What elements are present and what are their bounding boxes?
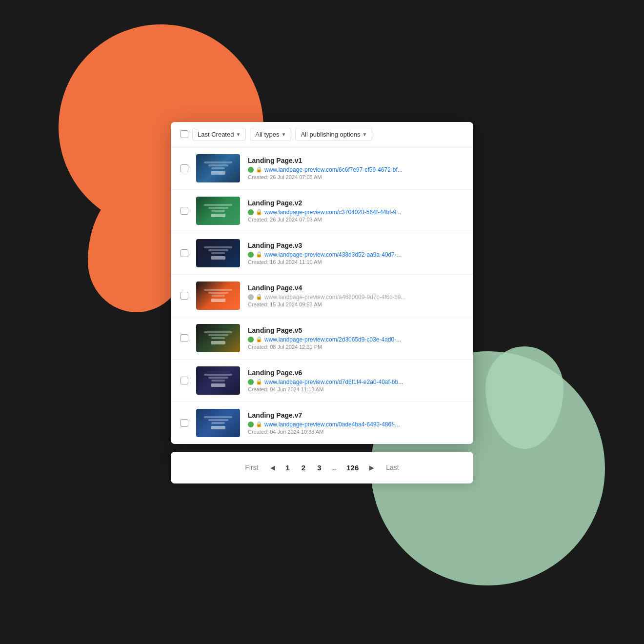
thumb-line bbox=[204, 204, 232, 206]
item-checkbox-1[interactable] bbox=[181, 207, 188, 215]
status-dot-6 bbox=[248, 422, 254, 427]
item-url-5[interactable]: www.landpage-preview.com/d7d6f1f4-e2a0-4… bbox=[264, 379, 403, 385]
thumb-line bbox=[204, 289, 232, 291]
item-date-6: Created: 04 Jun 2024 10:33 AM bbox=[248, 429, 463, 435]
select-all-checkbox[interactable] bbox=[181, 130, 188, 138]
thumb-line bbox=[204, 331, 232, 333]
thumb-button bbox=[211, 341, 225, 344]
next-page-button[interactable]: ▶ bbox=[364, 461, 379, 474]
item-checkbox-4[interactable] bbox=[181, 334, 188, 342]
thumb-content-6 bbox=[196, 409, 240, 437]
item-title-6: Landing Page.v7 bbox=[248, 411, 463, 419]
list-item: Landing Page.v6 🔒 www.landpage-preview.c… bbox=[171, 360, 473, 402]
thumb-content-4 bbox=[196, 324, 240, 352]
publish-filter-label: All publishing options bbox=[301, 131, 360, 138]
item-date-5: Created: 04 Jun 2024 11:18 AM bbox=[248, 386, 463, 392]
item-thumbnail-6 bbox=[196, 409, 240, 437]
page-2-button[interactable]: 2 bbox=[296, 461, 311, 475]
publish-filter-button[interactable]: All publishing options ▼ bbox=[295, 128, 372, 141]
list-item: Landing Page.v4 🔒 www.landpage-preview.c… bbox=[171, 275, 473, 317]
item-title-1: Landing Page.v2 bbox=[248, 199, 463, 207]
thumb-content-2 bbox=[196, 239, 240, 267]
list-item: Landing Page.v3 🔒 www.landpage-preview.c… bbox=[171, 232, 473, 275]
last-page-num-button[interactable]: 126 bbox=[341, 461, 364, 475]
item-info-0: Landing Page.v1 🔒 www.landpage-preview.c… bbox=[248, 157, 463, 180]
lock-icon-0: 🔒 bbox=[256, 166, 262, 173]
thumb-content-5 bbox=[196, 366, 240, 395]
item-info-1: Landing Page.v2 🔒 www.landpage-preview.c… bbox=[248, 199, 463, 222]
thumb-line bbox=[211, 380, 225, 382]
item-url-0[interactable]: www.landpage-preview.com/6c6f7e97-cf59-4… bbox=[264, 166, 402, 173]
item-url-6[interactable]: www.landpage-preview.com/0ade4ba4-6493-4… bbox=[264, 421, 400, 428]
item-thumbnail-5 bbox=[196, 366, 240, 395]
item-checkbox-6[interactable] bbox=[181, 419, 188, 427]
thumb-button bbox=[211, 214, 225, 217]
item-checkbox-3[interactable] bbox=[181, 292, 188, 300]
status-dot-4 bbox=[248, 337, 254, 342]
item-url-row-1: 🔒 www.landpage-preview.com/c3704020-564f… bbox=[248, 209, 463, 216]
type-filter-button[interactable]: All types ▼ bbox=[250, 128, 291, 141]
thumb-line bbox=[211, 337, 225, 339]
last-page-button[interactable]: Last bbox=[379, 461, 405, 474]
thumb-line bbox=[208, 249, 228, 251]
thumb-line bbox=[211, 422, 225, 424]
status-dot-0 bbox=[248, 167, 254, 173]
lock-icon-3: 🔒 bbox=[256, 294, 262, 300]
prev-page-button[interactable]: ◀ bbox=[265, 461, 280, 474]
thumb-line bbox=[211, 295, 225, 297]
thumb-content-0 bbox=[196, 154, 240, 182]
item-info-2: Landing Page.v3 🔒 www.landpage-preview.c… bbox=[248, 242, 463, 265]
thumb-button bbox=[211, 299, 225, 302]
thumb-line bbox=[204, 374, 232, 376]
thumb-content-3 bbox=[196, 282, 240, 310]
item-thumbnail-1 bbox=[196, 197, 240, 225]
thumb-line bbox=[204, 161, 232, 163]
item-url-4[interactable]: www.landpage-preview.com/2d3065d9-c03e-4… bbox=[264, 336, 401, 343]
item-url-row-3: 🔒 www.landpage-preview.com/a4680009-9d7c… bbox=[248, 294, 463, 301]
first-page-button[interactable]: First bbox=[238, 461, 265, 474]
list-item: Landing Page.v5 🔒 www.landpage-preview.c… bbox=[171, 317, 473, 360]
pagination-card: First ◀ 1 2 3 ... 126 ▶ Last bbox=[171, 452, 473, 483]
page-3-button[interactable]: 3 bbox=[311, 461, 327, 475]
item-url-row-5: 🔒 www.landpage-preview.com/d7d6f1f4-e2a0… bbox=[248, 379, 463, 385]
thumb-line bbox=[208, 377, 228, 379]
item-date-4: Created: 08 Jul 2024 12:31 PM bbox=[248, 344, 463, 350]
lock-icon-5: 🔒 bbox=[256, 379, 262, 385]
item-checkbox-2[interactable] bbox=[181, 249, 188, 257]
list-item: Landing Page.v7 🔒 www.landpage-preview.c… bbox=[171, 402, 473, 444]
items-container: Landing Page.v1 🔒 www.landpage-preview.c… bbox=[171, 147, 473, 444]
type-chevron-icon: ▼ bbox=[281, 132, 286, 137]
lock-icon-1: 🔒 bbox=[256, 209, 262, 215]
item-url-1[interactable]: www.landpage-preview.com/c3704020-564f-4… bbox=[264, 209, 401, 216]
thumb-line bbox=[204, 246, 232, 248]
page-1-button[interactable]: 1 bbox=[280, 461, 296, 475]
status-dot-3 bbox=[248, 294, 254, 300]
lock-icon-2: 🔒 bbox=[256, 251, 262, 258]
thumb-line bbox=[211, 210, 225, 212]
item-info-4: Landing Page.v5 🔒 www.landpage-preview.c… bbox=[248, 326, 463, 350]
thumb-button bbox=[211, 171, 225, 175]
item-date-1: Created: 26 Jul 2024 07:03 AM bbox=[248, 217, 463, 222]
item-url-2[interactable]: www.landpage-preview.com/438d3d52-aa9a-4… bbox=[264, 251, 402, 258]
item-thumbnail-0 bbox=[196, 154, 240, 182]
thumb-button bbox=[211, 426, 225, 429]
list-item: Landing Page.v1 🔒 www.landpage-preview.c… bbox=[171, 147, 473, 190]
sort-chevron-icon: ▼ bbox=[236, 132, 241, 137]
item-info-6: Landing Page.v7 🔒 www.landpage-preview.c… bbox=[248, 411, 463, 435]
thumb-button bbox=[211, 256, 225, 260]
item-url-3[interactable]: www.landpage-preview.com/a4680009-9d7c-4… bbox=[264, 294, 406, 301]
thumb-line bbox=[208, 292, 228, 294]
list-item: Landing Page.v2 🔒 www.landpage-preview.c… bbox=[171, 190, 473, 232]
item-info-5: Landing Page.v6 🔒 www.landpage-preview.c… bbox=[248, 369, 463, 392]
page-dots: ... bbox=[327, 461, 341, 474]
item-title-4: Landing Page.v5 bbox=[248, 326, 463, 334]
lock-icon-4: 🔒 bbox=[256, 336, 262, 342]
item-checkbox-5[interactable] bbox=[181, 377, 188, 384]
sort-filter-button[interactable]: Last Created ▼ bbox=[192, 128, 246, 141]
thumb-line bbox=[208, 164, 228, 166]
item-date-0: Created: 26 Jul 2024 07:05 AM bbox=[248, 174, 463, 180]
thumb-button bbox=[211, 383, 225, 387]
list-card: Last Created ▼ All types ▼ All publishin… bbox=[171, 122, 473, 444]
item-checkbox-0[interactable] bbox=[181, 164, 188, 172]
item-thumbnail-4 bbox=[196, 324, 240, 352]
